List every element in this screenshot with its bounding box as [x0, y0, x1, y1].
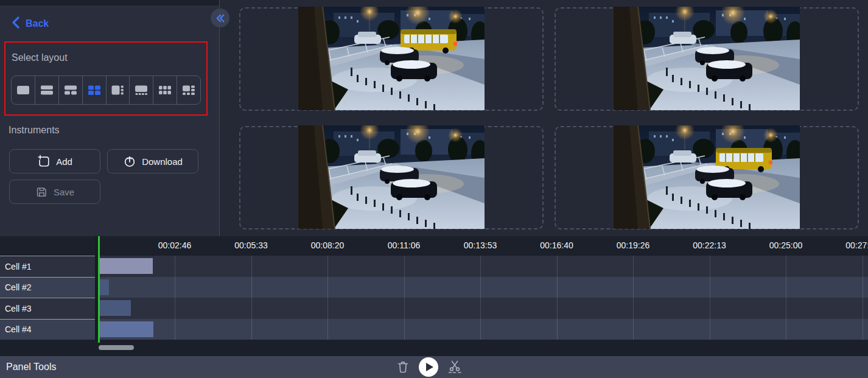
instruments-title: Instruments	[9, 125, 60, 136]
gridline	[633, 256, 634, 340]
layout-option-2x2-grid[interactable]	[83, 76, 107, 104]
layout-2x2-grid-icon	[86, 83, 102, 97]
time-label: 00:16:40	[540, 240, 573, 250]
sidebar: Back Select layout	[0, 5, 220, 236]
timeline-rows: Cell #1Cell #2Cell #3Cell #4	[0, 256, 868, 340]
delete-button[interactable]	[396, 360, 410, 374]
timeline-track[interactable]	[0, 277, 868, 298]
video-cell-2[interactable]	[555, 7, 859, 111]
timeline-row: Cell #2	[0, 277, 868, 298]
layout-1-plus-5-icon	[181, 83, 197, 97]
timeline-row: Cell #3	[0, 298, 868, 319]
time-label: 00:25:00	[769, 240, 803, 250]
layout-option-1-plus-3-side[interactable]	[107, 76, 130, 104]
gridline	[710, 256, 710, 340]
select-layout-section: Select layout	[4, 41, 208, 116]
time-label: 00:22:13	[693, 240, 726, 250]
video-frame	[614, 7, 800, 110]
video-layout-editor: Back Select layout	[0, 0, 868, 378]
download-label: Download	[142, 156, 183, 167]
select-layout-title: Select layout	[12, 52, 68, 63]
layout-option-3x2-grid[interactable]	[153, 76, 177, 104]
add-label: Add	[56, 156, 72, 167]
layout-1-plus-4-bottom-icon	[133, 83, 149, 97]
back-label: Back	[26, 18, 49, 29]
row-label: Cell #2	[0, 277, 95, 298]
back-button[interactable]: Back	[11, 16, 49, 31]
download-button[interactable]: Download	[107, 149, 198, 173]
video-cell-3[interactable]	[239, 126, 544, 229]
layout-1-plus-2-icon	[63, 83, 79, 97]
layout-option-1-plus-5[interactable]	[177, 76, 200, 104]
add-icon	[37, 155, 51, 168]
layout-option-1-plus-4-bottom[interactable]	[130, 76, 153, 104]
playhead[interactable]	[98, 236, 100, 343]
gridline	[863, 256, 863, 340]
panel-tools-buttons	[396, 357, 463, 377]
video-frame	[298, 125, 485, 229]
row-label: Cell #1	[0, 256, 95, 277]
video-cell-1[interactable]	[239, 7, 544, 111]
save-icon	[35, 186, 48, 198]
gridline	[480, 256, 481, 340]
time-label: 00:27:46	[845, 240, 868, 250]
save-button[interactable]: Save	[9, 180, 100, 204]
timeline-scrollbar	[0, 340, 868, 356]
timeline-clip[interactable]	[99, 300, 131, 316]
timeline-clip[interactable]	[99, 279, 109, 295]
time-label: 00:08:20	[311, 240, 345, 250]
timeline: 00:02:4600:05:3300:08:2000:11:0600:13:53…	[0, 236, 868, 356]
time-label: 00:05:33	[234, 240, 268, 250]
panel-tools-title: Panel Tools	[6, 362, 56, 373]
gridline	[557, 256, 558, 340]
play-button[interactable]	[419, 357, 438, 377]
preview-grid	[220, 0, 868, 236]
layout-option-1-screen[interactable]	[12, 76, 35, 104]
time-label: 00:19:26	[617, 240, 650, 250]
video-cell-4[interactable]	[555, 126, 859, 229]
layout-3x2-grid-icon	[157, 83, 173, 97]
layout-1-screen-icon	[15, 83, 31, 97]
gridline	[175, 256, 175, 340]
time-label: 00:11:06	[388, 240, 420, 250]
timeline-scrollbar-thumb[interactable]	[99, 345, 134, 350]
timeline-clip[interactable]	[99, 258, 153, 274]
save-label: Save	[54, 187, 74, 197]
video-preview-2	[614, 7, 800, 110]
video-frame	[614, 125, 800, 229]
play-icon	[426, 363, 433, 371]
time-label: 00:13:53	[464, 240, 497, 250]
row-label: Cell #4	[0, 319, 95, 340]
download-icon	[123, 155, 136, 168]
gridline	[327, 256, 328, 340]
video-frame	[298, 7, 485, 110]
time-label: 00:02:46	[158, 240, 192, 250]
double-chevron-left-icon	[215, 13, 226, 24]
gridline	[786, 256, 786, 340]
row-label: Cell #3	[0, 298, 95, 319]
gridline	[251, 256, 252, 340]
video-preview-1	[298, 7, 485, 110]
video-preview-3	[298, 125, 485, 229]
layout-1-plus-3-side-icon	[110, 83, 125, 97]
timeline-row: Cell #1	[0, 256, 868, 277]
add-button[interactable]: Add	[9, 149, 100, 173]
timeline-row: Cell #4	[0, 319, 868, 340]
timeline-ruler: 00:02:4600:05:3300:08:2000:11:0600:13:53…	[0, 236, 868, 256]
panel-tools-bar: Panel Tools	[0, 356, 868, 378]
layout-option-2-rows[interactable]	[35, 76, 59, 104]
back-chevron-icon	[11, 16, 21, 31]
timeline-clip[interactable]	[99, 321, 153, 337]
layout-2-rows-icon	[39, 83, 55, 97]
video-preview-4	[614, 125, 800, 229]
layout-option-1-plus-2[interactable]	[59, 76, 83, 104]
gridline	[404, 256, 405, 340]
layout-options-group	[11, 75, 201, 105]
collapse-sidebar-button[interactable]	[211, 9, 229, 27]
cut-button[interactable]	[447, 360, 463, 374]
trash-icon	[396, 360, 410, 374]
scissors-icon	[447, 360, 463, 374]
